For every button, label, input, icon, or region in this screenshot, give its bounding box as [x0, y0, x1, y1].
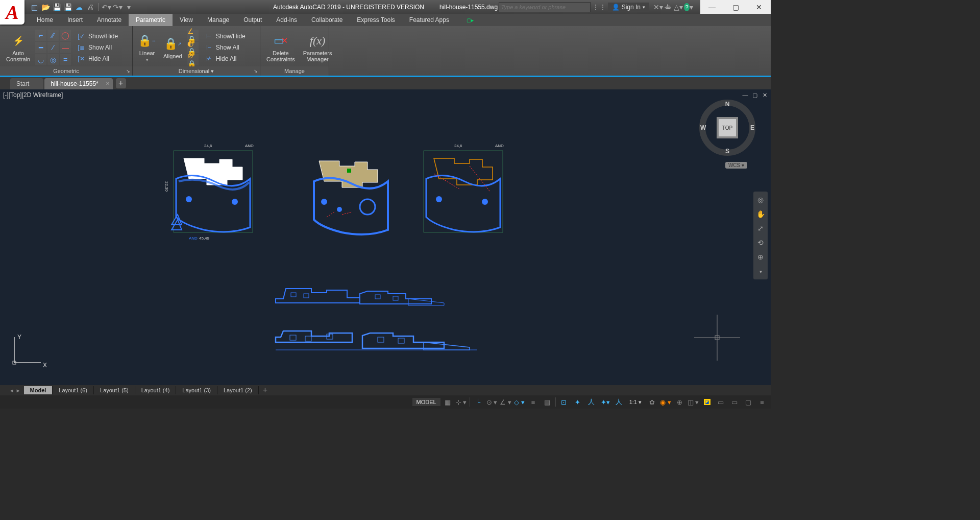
quick-properties-icon[interactable]: ◪	[700, 396, 714, 408]
selection-cycling-icon[interactable]: ⊡	[557, 396, 571, 408]
perpendicular-icon[interactable]: ∕∕	[47, 30, 59, 41]
new-tab-button[interactable]: +	[116, 78, 126, 88]
units-icon[interactable]: ◫ ▾	[687, 396, 700, 408]
viewcube-n[interactable]: N	[725, 101, 730, 108]
transparency-icon[interactable]: ▤	[541, 396, 554, 408]
annotation-monitor-icon[interactable]: ⊕	[673, 396, 686, 408]
signin-button[interactable]: 👤 Sign In ▾	[608, 3, 649, 12]
parameters-manager-button[interactable]: f(x) Parameters Manager	[300, 32, 335, 63]
nav-more-icon[interactable]: ▾	[755, 266, 766, 276]
qat-more-icon[interactable]: ▾	[124, 3, 133, 12]
tab-output[interactable]: Output	[236, 14, 269, 26]
steering-wheel-icon[interactable]: ◎	[755, 195, 766, 205]
osnap-icon[interactable]: ◇ ▾	[513, 396, 526, 408]
layouttab-1[interactable]: Layout1 (6)	[53, 386, 94, 394]
diameter-icon[interactable]: ⊘🔒	[187, 54, 199, 65]
isolate-icon[interactable]: ▭	[728, 396, 741, 408]
layouttab-3[interactable]: Layout1 (4)	[135, 386, 177, 394]
equal-icon[interactable]: =	[60, 54, 71, 65]
panel-manage-label[interactable]: Manage	[260, 66, 329, 76]
layout-scroll-icon[interactable]: ◄ ►	[9, 388, 21, 393]
vp-minimize-icon[interactable]: —	[741, 91, 749, 99]
annotation-scale-icon[interactable]: ✿	[645, 396, 658, 408]
isodraft-icon[interactable]: ∠ ▾	[499, 396, 512, 408]
viewcube-s[interactable]: S	[725, 148, 729, 155]
workspace-icon[interactable]: ◉ ▾	[659, 396, 672, 408]
viewcube-top-face[interactable]: TOP	[719, 119, 736, 136]
filetab-start[interactable]: Start	[10, 78, 43, 89]
panel-dimensional-label[interactable]: Dimensional ▾↘	[133, 66, 260, 76]
panel-geometric-label[interactable]: Geometric↘	[0, 66, 132, 76]
orbit-icon[interactable]: ⟲	[755, 238, 766, 248]
tab-insert[interactable]: Insert	[60, 14, 90, 26]
plot-icon[interactable]: 🖨	[86, 3, 95, 12]
minimize-button[interactable]: —	[700, 0, 724, 14]
ortho-icon[interactable]: └	[472, 396, 485, 408]
layouttab-4[interactable]: Layout1 (3)	[176, 386, 217, 394]
saveweb-icon[interactable]: ☁	[75, 3, 84, 12]
horizontal-icon[interactable]: ━	[35, 42, 46, 53]
viewport-label[interactable]: [-][Top][2D Wireframe]	[3, 91, 63, 99]
tab-annotate[interactable]: Annotate	[90, 14, 129, 26]
autoconstrain-button[interactable]: ⚡ Auto Constrain	[3, 32, 33, 63]
coincident-icon[interactable]: ⌐	[35, 30, 46, 41]
help-icon[interactable]: ?▾	[684, 3, 693, 12]
hardware-accel-icon[interactable]: ▢	[742, 396, 755, 408]
save-icon[interactable]: 💾	[52, 3, 61, 12]
snap-icon[interactable]: ⊹ ▾	[455, 396, 468, 408]
viewcube[interactable]: TOP N S E W	[699, 100, 755, 156]
delete-constraints-button[interactable]: ▭✕ Delete Constraints	[263, 32, 298, 63]
linear-button[interactable]: 🔒↔ Linear ▾	[136, 32, 158, 63]
layouttab-model[interactable]: Model	[24, 386, 53, 394]
lineweight-icon[interactable]: ≡	[527, 396, 540, 408]
concentric-icon[interactable]: ◎	[47, 54, 59, 65]
viewcube-w[interactable]: W	[700, 124, 706, 131]
gizmo-icon[interactable]: 人	[612, 396, 626, 408]
clean-screen-icon[interactable]: ≡	[755, 396, 769, 408]
grid-icon[interactable]: ▦	[441, 396, 454, 408]
redo-icon[interactable]: ↷▾	[113, 3, 122, 12]
tab-expresstools[interactable]: Express Tools	[350, 14, 402, 26]
search-input[interactable]	[499, 2, 591, 12]
layouttab-5[interactable]: Layout1 (2)	[217, 386, 259, 394]
close-button[interactable]: ✕	[747, 0, 771, 14]
drawing-area[interactable]: [-][Top][2D Wireframe] — ▢ ✕ TOP N S E W…	[0, 89, 771, 385]
cart-icon[interactable]: ⛴	[664, 3, 673, 12]
undo-icon[interactable]: ↶▾	[102, 3, 111, 12]
geom-showhide-button[interactable]: [✓Show/Hide	[73, 31, 122, 42]
polar-icon[interactable]: ⊙ ▾	[485, 396, 499, 408]
dim-hideall-button[interactable]: ⊬Hide All	[201, 53, 250, 64]
vp-maximize-icon[interactable]: ▢	[751, 91, 759, 99]
connectivity-icon[interactable]: ⋮⋮	[595, 3, 604, 12]
collinear-icon[interactable]: ◡	[35, 54, 46, 65]
close-icon[interactable]: ✕	[106, 81, 110, 86]
vp-close-icon[interactable]: ✕	[761, 91, 769, 99]
geom-hideall-button[interactable]: [✕Hide All	[73, 53, 122, 64]
geom-showall-button[interactable]: [≣Show All	[73, 42, 122, 53]
model-space-badge[interactable]: MODEL	[412, 398, 440, 406]
tab-home[interactable]: Home	[30, 14, 60, 26]
add-layout-button[interactable]: +	[259, 386, 272, 395]
dim-showall-button[interactable]: ⊩Show All	[201, 42, 250, 53]
tangent-icon[interactable]: ◯	[60, 30, 71, 41]
pan-icon[interactable]: ✋	[755, 209, 766, 219]
3dosnap-icon[interactable]: ✦	[571, 396, 584, 408]
filetab-current[interactable]: hill-house-11555* ✕	[44, 78, 112, 89]
maximize-button[interactable]: ▢	[724, 0, 747, 14]
layouttab-2[interactable]: Layout1 (5)	[94, 386, 135, 394]
tab-parametric[interactable]: Parametric	[129, 14, 173, 26]
tab-manage[interactable]: Manage	[200, 14, 236, 26]
smooth-icon[interactable]: —	[60, 42, 71, 53]
tab-featuredapps[interactable]: Featured Apps	[402, 14, 456, 26]
selection-filter-icon[interactable]: ✦▾	[599, 396, 612, 408]
saveas-icon[interactable]: 💾	[63, 3, 72, 12]
tab-addins[interactable]: Add-ins	[269, 14, 304, 26]
a360-icon[interactable]: △▾	[674, 3, 683, 12]
open-icon[interactable]: 📂	[41, 3, 50, 12]
tab-collaborate[interactable]: Collaborate	[304, 14, 350, 26]
app-badge-icon[interactable]: ▢▸	[462, 14, 478, 26]
scale-display[interactable]: 1:1 ▾	[626, 399, 645, 406]
aligned-button[interactable]: 🔒↗ Aligned	[160, 35, 185, 60]
lock-ui-icon[interactable]: ▭	[714, 396, 727, 408]
dim-showhide-button[interactable]: ⊢Show/Hide	[201, 31, 250, 42]
